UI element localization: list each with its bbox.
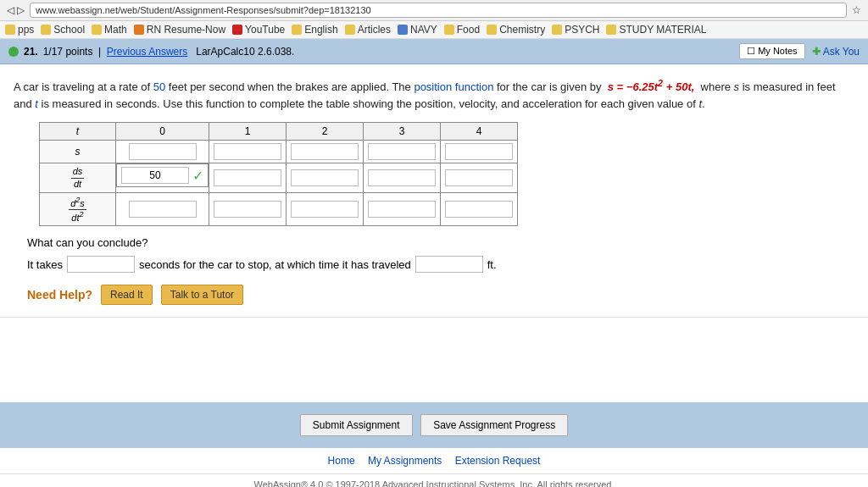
input-dsdt-0[interactable] — [121, 167, 189, 184]
problem-text: A car is traveling at a rate of 50 feet … — [14, 76, 854, 112]
table-header-1: 1 — [209, 123, 287, 141]
fraction-dsdt: ds dt — [71, 166, 85, 189]
talk-to-tutor-button[interactable]: Talk to a Tutor — [161, 285, 243, 305]
bookmark-pps[interactable]: pps — [5, 24, 34, 36]
cell-d2sdt2-3[interactable] — [364, 192, 441, 226]
input-dsdt-4[interactable] — [445, 169, 513, 186]
question-header-left: 21. 1/17 points | Previous Answers LarAp… — [8, 46, 294, 58]
input-d2sdt2-3[interactable] — [368, 201, 436, 218]
conclude-input-seconds[interactable] — [67, 256, 135, 273]
cell-s-1[interactable] — [209, 141, 287, 163]
cell-dsdt-2[interactable] — [287, 163, 364, 192]
plus-icon: ✚ — [812, 46, 821, 58]
extension-request-link[interactable]: Extension Request — [455, 455, 541, 467]
bookmark-label: Food — [457, 24, 480, 36]
bookmark-chemistry[interactable]: Chemistry — [487, 24, 545, 36]
footer-actions: Submit Assignment Save Assignment Progre… — [0, 402, 868, 448]
browser-bar: ◁ ▷ www.webassign.net/web/Student/Assign… — [0, 0, 868, 21]
conclude-input-feet[interactable] — [415, 256, 483, 273]
submit-assignment-button[interactable]: Submit Assignment — [300, 414, 413, 436]
table-header-t: t — [40, 123, 116, 141]
bookmark-label: STUDY MATERIAL — [619, 24, 706, 36]
question-header-right: ☐ My Notes ✚ Ask You — [739, 43, 860, 59]
cell-d2sdt2-2[interactable] — [287, 192, 364, 226]
input-s-2[interactable] — [291, 143, 359, 160]
url-bar[interactable]: www.webassign.net/web/Student/Assignment… — [30, 3, 847, 18]
cell-s-0[interactable] — [116, 141, 209, 163]
fraction-d2sdt2: d2s dt2 — [69, 196, 86, 224]
bookmark-label: English — [304, 24, 337, 36]
cell-dsdt-4[interactable] — [441, 163, 518, 192]
bookmark-icon — [134, 25, 144, 35]
points-label: 1/17 points | Previous Answers LarApCalc… — [43, 46, 295, 58]
bookmark-math[interactable]: Math — [92, 24, 127, 36]
conclude-text-middle: seconds for the car to stop, at which ti… — [139, 258, 411, 271]
question-header: 21. 1/17 points | Previous Answers LarAp… — [0, 39, 868, 64]
cell-s-2[interactable] — [287, 141, 364, 163]
bookmark-label: School — [53, 24, 85, 36]
conclude-text-before: It takes — [27, 258, 63, 271]
input-dsdt-1[interactable] — [214, 169, 281, 186]
bookmark-articles[interactable]: Articles — [345, 24, 391, 36]
save-assignment-button[interactable]: Save Assignment Progress — [420, 414, 568, 436]
input-d2sdt2-0[interactable] — [129, 201, 197, 218]
input-d2sdt2-1[interactable] — [214, 201, 281, 218]
cell-s-3[interactable] — [364, 141, 441, 163]
bookmark-navy[interactable]: NAVY — [398, 24, 437, 36]
bookmark-icon — [444, 25, 454, 35]
my-notes-button[interactable]: ☐ My Notes — [739, 43, 805, 59]
bookmark-label: Chemistry — [499, 24, 545, 36]
input-dsdt-2[interactable] — [291, 169, 359, 186]
input-s-1[interactable] — [214, 143, 281, 160]
conclude-text-after: ft. — [487, 258, 497, 271]
green-dot-icon — [8, 47, 19, 57]
input-dsdt-3[interactable] — [368, 169, 436, 186]
bookmark-icon — [41, 25, 51, 35]
table-header-0: 0 — [116, 123, 209, 141]
bookmark-food[interactable]: Food — [444, 24, 480, 36]
source-label: LarApCalc10 2.6.038. — [196, 46, 294, 58]
browser-icon: ◁ ▷ — [7, 4, 25, 16]
notes-checkbox-icon: ☐ — [747, 46, 755, 56]
input-d2sdt2-4[interactable] — [445, 201, 513, 218]
conclude-section: What can you conclude? It takes seconds … — [27, 236, 854, 273]
cell-dsdt-1[interactable] — [209, 163, 287, 192]
conclude-row: It takes seconds for the car to stop, at… — [27, 256, 854, 273]
read-it-button[interactable]: Read It — [101, 285, 153, 305]
question-number: 21. — [24, 46, 38, 58]
input-d2sdt2-2[interactable] — [291, 201, 359, 218]
bookmark-icon — [292, 25, 302, 35]
bookmark-english[interactable]: English — [292, 24, 337, 36]
bookmark-label: RN Resume-Now — [147, 24, 225, 36]
bookmark-school[interactable]: School — [41, 24, 85, 36]
table-row-d2sdt2: d2s dt2 — [40, 192, 518, 226]
bookmark-resume-now[interactable]: RN Resume-Now — [134, 24, 225, 36]
cell-d2sdt2-4[interactable] — [441, 192, 518, 226]
cell-s-4[interactable] — [441, 141, 518, 163]
bookmark-psych[interactable]: PSYCH — [552, 24, 599, 36]
bookmark-study-material[interactable]: STUDY MATERIAL — [606, 24, 706, 36]
input-s-4[interactable] — [445, 143, 513, 160]
footer-links: Home My Assignments Extension Request — [0, 448, 868, 473]
input-s-0[interactable] — [129, 143, 197, 160]
row-label-d2sdt2: d2s dt2 — [40, 192, 116, 226]
previous-answers-link[interactable]: Previous Answers — [107, 46, 187, 58]
cell-dsdt-0[interactable]: ✓ — [116, 163, 209, 187]
bookmark-label: Math — [104, 24, 127, 36]
bookmark-label: Articles — [358, 24, 391, 36]
ask-you-button[interactable]: ✚ Ask You — [812, 46, 860, 58]
table-row-dsdt: ds dt ✓ — [40, 163, 518, 192]
bookmark-youtube[interactable]: YouTube — [232, 24, 285, 36]
cell-dsdt-3[interactable] — [364, 163, 441, 192]
home-link[interactable]: Home — [328, 455, 355, 467]
cell-d2sdt2-1[interactable] — [209, 192, 287, 226]
footer-copyright: WebAssign® 4.0 © 1997-2018 Advanced Inst… — [0, 473, 868, 487]
my-assignments-link[interactable]: My Assignments — [368, 455, 442, 467]
bookmark-icon — [232, 25, 242, 35]
row-label-dsdt: ds dt — [40, 163, 116, 192]
table-header-2: 2 — [287, 123, 364, 141]
input-s-3[interactable] — [368, 143, 436, 160]
need-help-label: Need Help? — [27, 288, 92, 302]
bookmark-icon — [487, 25, 497, 35]
cell-d2sdt2-0[interactable] — [116, 192, 209, 226]
